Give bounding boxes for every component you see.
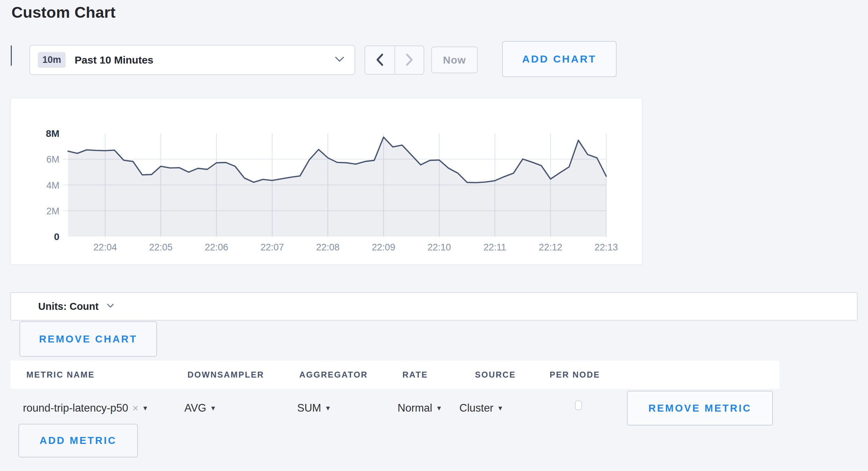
add-chart-button[interactable]: ADD CHART — [502, 41, 617, 77]
svg-text:8M: 8M — [46, 128, 59, 139]
clear-metric-icon[interactable]: × — [132, 402, 139, 414]
aggregator-dropdown[interactable]: SUM ▾ — [297, 389, 330, 428]
caret-down-icon: ▾ — [498, 404, 502, 412]
downsampler-value: AVG — [184, 402, 206, 414]
units-dropdown[interactable]: Units: Count — [10, 292, 858, 321]
time-range-select[interactable]: 10m Past 10 Minutes — [30, 45, 355, 75]
time-range-badge: 10m — [38, 52, 66, 68]
metrics-table-header: METRIC NAME DOWNSAMPLER AGGREGATOR RATE … — [10, 361, 779, 389]
time-range-label: Past 10 Minutes — [75, 54, 153, 66]
caret-down-icon: ▾ — [437, 404, 441, 412]
add-metric-button[interactable]: ADD METRIC — [18, 424, 138, 457]
column-header-per-node: PER NODE — [550, 361, 600, 389]
svg-text:6M: 6M — [46, 154, 59, 165]
column-header-metric-name: METRIC NAME — [26, 361, 95, 389]
svg-text:22:12: 22:12 — [539, 242, 562, 253]
svg-text:22:05: 22:05 — [149, 242, 173, 253]
per-node-checkbox[interactable] — [575, 400, 582, 410]
prev-time-button[interactable] — [365, 46, 394, 74]
svg-text:22:11: 22:11 — [484, 242, 507, 253]
units-dropdown-label: Units: Count — [38, 301, 99, 312]
chevron-right-icon — [405, 53, 414, 67]
caret-down-icon: ▾ — [211, 404, 215, 412]
aggregator-value: SUM — [297, 402, 321, 414]
svg-text:22:07: 22:07 — [260, 242, 284, 253]
svg-text:0: 0 — [54, 231, 59, 242]
caret-down-icon: ▾ — [143, 404, 147, 412]
caret-down-icon: ▾ — [326, 404, 330, 412]
column-header-source: SOURCE — [475, 361, 516, 389]
rate-dropdown[interactable]: Normal ▾ — [398, 389, 441, 428]
chart-card: 02M4M6M8M22:0422:0522:0622:0722:0822:092… — [10, 98, 642, 265]
chevron-down-icon — [335, 57, 344, 64]
column-header-downsampler: DOWNSAMPLER — [187, 361, 264, 389]
remove-metric-button[interactable]: REMOVE METRIC — [627, 391, 773, 425]
now-button[interactable]: Now — [431, 47, 478, 73]
metric-name-value: round-trip-latency-p50 — [23, 402, 128, 414]
page-title: Custom Chart — [11, 3, 116, 22]
next-time-button[interactable] — [394, 46, 424, 74]
remove-chart-button[interactable]: REMOVE CHART — [19, 321, 157, 357]
chevron-left-icon — [375, 53, 384, 67]
svg-text:22:06: 22:06 — [205, 242, 228, 253]
downsampler-dropdown[interactable]: AVG ▾ — [184, 389, 215, 428]
chart-group-handle — [11, 46, 12, 66]
column-header-rate: RATE — [402, 361, 428, 389]
svg-text:22:10: 22:10 — [427, 242, 451, 253]
svg-text:22:09: 22:09 — [372, 242, 395, 253]
rate-value: Normal — [398, 402, 432, 414]
svg-text:2M: 2M — [46, 206, 59, 216]
source-value: Cluster — [459, 402, 493, 414]
custom-chart-page: Custom Chart 10m Past 10 Minutes Now ADD… — [0, 0, 868, 471]
time-window-nav — [365, 46, 424, 75]
chevron-down-icon — [107, 303, 114, 309]
svg-text:22:08: 22:08 — [316, 242, 340, 253]
svg-text:22:04: 22:04 — [93, 242, 117, 253]
source-dropdown[interactable]: Cluster ▾ — [459, 389, 502, 428]
custom-chart-svg: 02M4M6M8M22:0422:0522:0622:0722:0822:092… — [11, 98, 642, 264]
metric-name-dropdown[interactable]: round-trip-latency-p50 × ▾ — [23, 389, 147, 428]
svg-text:4M: 4M — [46, 180, 59, 191]
svg-text:22:13: 22:13 — [594, 242, 618, 253]
column-header-aggregator: AGGREGATOR — [299, 361, 368, 389]
